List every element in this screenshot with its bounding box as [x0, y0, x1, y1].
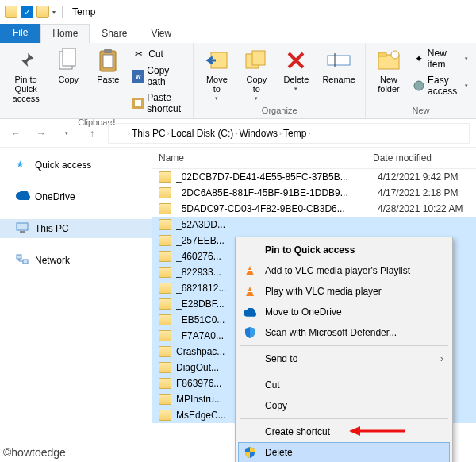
- svg-rect-4: [104, 49, 112, 53]
- col-date[interactable]: Date modified: [373, 152, 470, 164]
- svg-rect-16: [17, 223, 28, 230]
- svg-rect-23: [248, 291, 252, 292]
- folder-icon: [159, 410, 171, 421]
- sidebar-item-network[interactable]: Network: [0, 251, 152, 270]
- menu-separator: [240, 345, 448, 346]
- qat-dropdown-icon[interactable]: ▾: [52, 9, 56, 16]
- ctx-copy[interactable]: Copy: [238, 395, 450, 416]
- chevron-icon[interactable]: ›: [279, 129, 282, 137]
- ctx-delete[interactable]: Delete: [238, 442, 450, 462]
- folder-icon: [159, 187, 171, 198]
- tab-file[interactable]: File: [0, 24, 40, 43]
- newitem-button[interactable]: ✦New item ▾: [412, 46, 470, 71]
- rename-icon: [326, 48, 351, 73]
- pin-button[interactable]: Pin to Quick access: [6, 46, 45, 105]
- delete-button[interactable]: Delete▾: [279, 46, 313, 94]
- pasteshortcut-icon: [132, 97, 144, 110]
- folder-icon: [159, 251, 171, 262]
- crumb-drive[interactable]: Local Disk (C:): [171, 128, 234, 139]
- folder-icon: [159, 298, 171, 310]
- window-title: Temp: [72, 6, 95, 17]
- copy-button[interactable]: Copy: [52, 46, 85, 86]
- tab-view[interactable]: View: [139, 24, 183, 43]
- menu-separator: [240, 418, 448, 419]
- sidebar-item-onedrive[interactable]: OneDrive: [0, 187, 152, 206]
- address-bar[interactable]: › This PC › Local Disk (C:) › Windows › …: [108, 123, 470, 144]
- tab-share[interactable]: Share: [90, 24, 139, 43]
- copypath-button[interactable]: WCopy path: [131, 64, 186, 89]
- svg-rect-1: [63, 48, 75, 66]
- chevron-icon[interactable]: ›: [167, 129, 170, 137]
- ctx-create-shortcut[interactable]: Create shortcut: [238, 422, 450, 442]
- chevron-icon[interactable]: ›: [235, 129, 237, 137]
- copy-icon: [56, 48, 81, 73]
- vlc-icon: [243, 284, 257, 298]
- titlebar-divider: [62, 6, 63, 18]
- pin-icon: [13, 48, 39, 73]
- sidebar-item-thispc[interactable]: This PC: [0, 219, 152, 238]
- copyto-button[interactable]: Copy to▾: [240, 46, 273, 103]
- easyaccess-icon: [413, 79, 424, 92]
- shield-icon: [243, 445, 257, 460]
- crumb-windows[interactable]: Windows: [239, 128, 278, 139]
- group-clipboard: Pin to Quick access Copy Paste ✂Cut WCop…: [0, 43, 194, 118]
- table-row[interactable]: _52A3DD...: [152, 217, 476, 233]
- pasteshortcut-button[interactable]: Paste shortcut: [131, 90, 186, 116]
- vlc-icon: [243, 264, 257, 278]
- svg-marker-25: [349, 426, 360, 436]
- table-row[interactable]: _5DADC97-CD03-4F82-9BE0-CB3D6...4/28/202…: [152, 201, 476, 217]
- ctx-pin[interactable]: Pin to Quick access: [238, 240, 450, 260]
- rename-button[interactable]: Rename: [319, 46, 359, 86]
- ctx-sendto[interactable]: Send to›: [238, 348, 450, 369]
- newfolder-button[interactable]: New folder: [372, 46, 405, 95]
- file-date: 4/17/2021 2:18 PM: [378, 187, 470, 198]
- crumb-thispc[interactable]: This PC: [132, 128, 166, 139]
- folder-icon: [159, 378, 171, 389]
- moveto-button[interactable]: Move to▾: [200, 46, 233, 103]
- chevron-icon[interactable]: ›: [308, 129, 310, 137]
- back-button[interactable]: ←: [6, 124, 25, 143]
- network-icon: [16, 254, 29, 267]
- copypath-icon: W: [132, 70, 144, 83]
- svg-rect-3: [103, 55, 113, 67]
- paste-button[interactable]: Paste: [91, 46, 125, 86]
- forward-button[interactable]: →: [32, 124, 51, 143]
- app-folder-icon: [5, 6, 17, 18]
- ctx-move-onedrive[interactable]: Move to OneDrive: [238, 302, 450, 322]
- copyto-icon: [244, 48, 269, 73]
- shield-icon: [243, 325, 257, 340]
- table-row[interactable]: _2DC6A85E-881F-45BF-91BE-1DDB9...4/17/20…: [152, 185, 476, 201]
- ctx-add-vlc[interactable]: Add to VLC media player's Playlist: [238, 260, 450, 281]
- ctx-cut[interactable]: Cut: [238, 375, 450, 395]
- crumb-temp[interactable]: Temp: [283, 128, 306, 139]
- easyaccess-button[interactable]: Easy access ▾: [412, 73, 470, 98]
- navbar: ← → ▾ ↑ › This PC › Local Disk (C:) › Wi…: [0, 119, 476, 148]
- ctx-play-vlc[interactable]: Play with VLC media player: [238, 281, 450, 302]
- tab-home[interactable]: Home: [40, 24, 90, 43]
- chevron-icon[interactable]: ›: [128, 129, 130, 137]
- col-name[interactable]: Name: [159, 152, 373, 164]
- file-name: _02DCB7D7-DE41-4E55-85FC-37B5B...: [176, 171, 373, 183]
- ctx-scan-defender[interactable]: Scan with Microsoft Defender...: [238, 322, 450, 343]
- cut-button[interactable]: ✂Cut: [131, 46, 186, 62]
- svg-point-15: [414, 81, 424, 90]
- qat-folder-icon[interactable]: [36, 6, 49, 18]
- blank-icon: [243, 352, 257, 366]
- qat-save-icon[interactable]: ✓: [21, 6, 33, 18]
- svg-rect-21: [248, 270, 252, 271]
- paste-icon: [95, 48, 121, 73]
- blank-icon: [243, 425, 257, 439]
- folder-icon: [159, 235, 171, 246]
- sidebar-item-quickaccess[interactable]: ★Quick access: [0, 156, 152, 175]
- cloud-icon: [16, 191, 29, 203]
- table-row[interactable]: _02DCB7D7-DE41-4E55-85FC-37B5B...4/12/20…: [152, 169, 476, 185]
- history-dropdown[interactable]: ▾: [57, 124, 76, 143]
- file-name: _5DADC97-CD03-4F82-9BE0-CB3D6...: [176, 203, 373, 214]
- svg-rect-19: [23, 260, 28, 264]
- column-headers[interactable]: Name Date modified: [152, 148, 476, 169]
- up-button[interactable]: ↑: [83, 124, 102, 143]
- file-name: _2DC6A85E-881F-45BF-91BE-1DDB9...: [176, 187, 373, 198]
- svg-rect-13: [378, 52, 386, 56]
- tabstrip: File Home Share View: [0, 24, 476, 43]
- svg-rect-9: [252, 51, 265, 65]
